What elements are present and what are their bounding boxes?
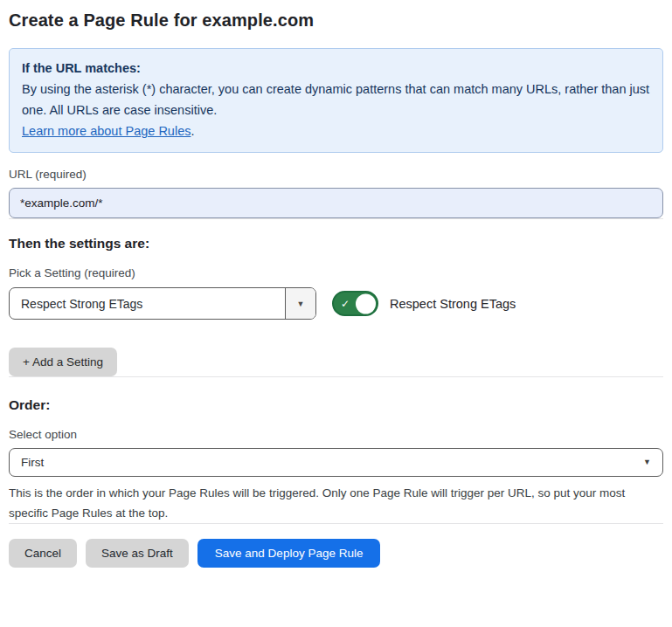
settings-section-heading: Then the settings are: [9,236,663,251]
divider [9,376,663,377]
order-help-text: This is the order in which your Page Rul… [9,483,663,523]
divider [9,523,663,524]
toggle-check-icon: ✓ [341,299,350,309]
info-box-body: By using the asterisk (*) character, you… [22,79,650,121]
info-box-link-line: Learn more about Page Rules. [22,121,650,141]
save-as-draft-button[interactable]: Save as Draft [86,539,189,568]
divider [9,218,663,219]
info-box-heading: If the URL matches: [22,58,650,79]
setting-toggle[interactable]: ✓ [332,291,378,316]
form-actions: Cancel Save as Draft Save and Deploy Pag… [9,539,663,568]
link-period: . [191,124,194,138]
order-select[interactable]: First ▼ [9,448,663,477]
page-title: Create a Page Rule for example.com [9,10,663,31]
order-select-value: First [21,456,44,469]
order-section-heading: Order: [9,397,663,413]
url-input[interactable] [9,188,663,218]
cancel-button[interactable]: Cancel [9,539,77,568]
toggle-knob [356,293,376,314]
learn-more-link[interactable]: Learn more about Page Rules [22,124,191,138]
setting-dropdown-value: Respect Strong ETags [10,288,285,319]
url-field-label: URL (required) [9,168,663,181]
save-and-deploy-button[interactable]: Save and Deploy Page Rule [197,539,381,568]
setting-row: Respect Strong ETags ▼ ✓ Respect Strong … [9,287,663,320]
pick-setting-label: Pick a Setting (required) [9,266,663,279]
setting-dropdown[interactable]: Respect Strong ETags ▼ [9,287,316,320]
add-setting-button[interactable]: + Add a Setting [9,348,117,376]
setting-dropdown-arrow-button[interactable]: ▼ [285,288,315,319]
chevron-down-icon: ▼ [297,300,305,308]
page-rule-form: Create a Page Rule for example.com If th… [0,10,672,568]
order-select-label: Select option [9,428,663,441]
setting-toggle-label: Respect Strong ETags [390,297,516,311]
url-match-info-box: If the URL matches: By using the asteris… [9,48,663,153]
chevron-down-icon: ▼ [643,449,651,476]
